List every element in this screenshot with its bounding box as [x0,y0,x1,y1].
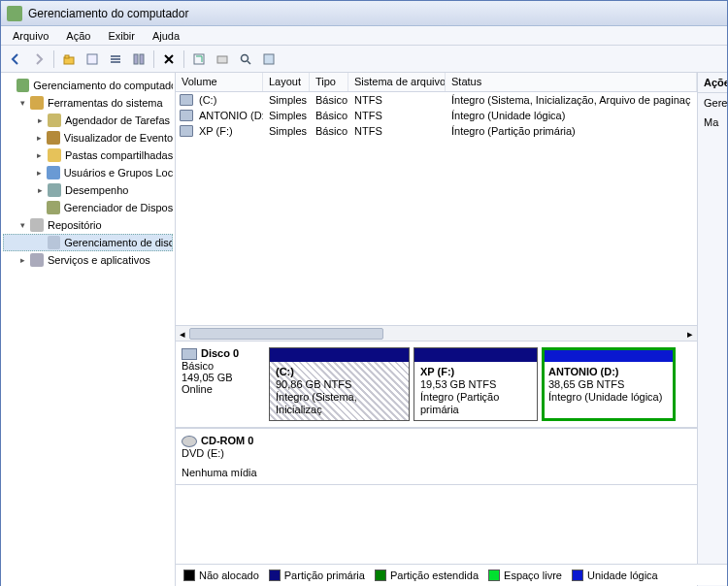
content-panel: Volume Layout Tipo Sistema de arquivos S… [176,73,698,586]
svg-rect-1 [65,55,69,58]
svg-point-10 [242,54,248,61]
menu-exibir[interactable]: Exibir [100,28,143,44]
chevron-right-icon: ▸ [34,184,46,196]
tree-disk-management[interactable]: Gerenciamento de disco [3,234,173,251]
action-button[interactable] [212,49,233,70]
partition-antonio-d[interactable]: ANTONIO (D:) 38,65 GB NTFS Íntegro (Unid… [542,347,676,421]
disk-icon [48,236,60,249]
svg-rect-2 [87,54,97,64]
volume-row[interactable]: (C:) Simples Básico NTFS Íntegro (Sistem… [176,92,697,108]
primary-bar [414,348,537,362]
disk-icon [182,348,197,360]
menu-acao[interactable]: Ação [58,28,98,44]
disk0-info[interactable]: Disco 0 Básico 149,05 GB Online [176,342,263,427]
app-icon [7,6,22,21]
tree-root[interactable]: Gerenciamento do computado [3,77,173,94]
volume-row[interactable]: ANTONIO (D:) Simples Básico NTFS Íntegro… [176,108,697,123]
actions-item[interactable]: Gerenci [698,93,727,113]
swatch-blue [572,570,583,581]
chevron-right-icon: ▸ [34,114,46,126]
logical-bar [543,348,675,362]
tree-panel: Gerenciamento do computado ▾Ferramentas … [1,73,176,586]
drive-icon [180,94,193,106]
primary-bar [270,348,409,362]
computer-icon [17,79,30,92]
legend-unallocated: Não alocado [183,570,259,581]
search-button[interactable] [235,49,256,70]
svg-rect-5 [111,61,120,63]
chevron-right-icon: ▸ [34,149,46,161]
users-icon [47,166,59,179]
cdrom-empty-area [263,429,697,484]
col-type[interactable]: Tipo [310,73,348,91]
tree-device-manager[interactable]: Gerenciador de Disposit [3,199,173,216]
svg-rect-3 [111,55,120,57]
svg-rect-6 [134,54,138,64]
col-volume[interactable]: Volume [176,73,263,91]
col-status[interactable]: Status [446,73,697,91]
tree-users-groups[interactable]: ▸Usuários e Grupos Loca [3,164,173,181]
back-button[interactable] [5,49,26,70]
cdrom-info[interactable]: CD-ROM 0 DVD (E:) Nenhuma mídia [176,429,263,484]
disk0-row: Disco 0 Básico 149,05 GB Online (C:) 90,… [176,341,697,428]
tree-shared-folders[interactable]: ▸Pastas compartilhadas [3,146,173,164]
properties-button[interactable] [82,49,103,70]
chevron-right-icon: ▸ [34,167,45,179]
help-button[interactable] [258,49,280,70]
partition-xp-f[interactable]: XP (F:) 19,53 GB NTFS Íntegro (Partição … [414,347,538,421]
tree-services-apps[interactable]: ▸Serviços e aplicativos [3,251,173,269]
device-icon [47,201,59,214]
svg-rect-11 [264,54,274,64]
disk0-partitions: (C:) 90,86 GB NTFS Íntegro (Sistema, Ini… [263,342,697,427]
menu-ajuda[interactable]: Ajuda [145,28,187,44]
volume-list-header: Volume Layout Tipo Sistema de arquivos S… [176,73,697,92]
delete-button[interactable] [158,49,180,70]
svg-rect-7 [140,54,144,64]
refresh-button[interactable] [188,49,210,70]
scroll-thumb[interactable] [189,328,383,340]
tree-event-viewer[interactable]: ▸Visualizador de Eventos [3,129,173,146]
list-view-button[interactable] [105,49,126,70]
actions-header: Ações [698,73,727,93]
drive-icon [180,110,193,121]
detail-view-button[interactable] [128,49,149,70]
menu-arquivo[interactable]: Arquivo [5,28,56,44]
scroll-icon [47,131,59,145]
legend-free: Espaço livre [488,570,562,581]
volume-row[interactable]: XP (F:) Simples Básico NTFS Íntegro (Par… [176,123,697,139]
tree-system-tools[interactable]: ▾Ferramentas do sistema [3,94,173,112]
swatch-darkgreen [375,570,386,581]
storage-icon [30,218,44,232]
chevron-right-icon: ▸ [17,254,28,266]
partition-c[interactable]: (C:) 90,86 GB NTFS Íntegro (Sistema, Ini… [269,347,410,421]
scroll-right-icon[interactable]: ▸ [683,326,697,342]
disk-graphical-pane: Disco 0 Básico 149,05 GB Online (C:) 90,… [176,341,697,586]
window-title: Gerenciamento do computador [28,7,188,20]
col-filesystem[interactable]: Sistema de arquivos [348,73,446,91]
cdrom-icon [182,436,197,447]
menubar: Arquivo Ação Exibir Ajuda [1,26,727,46]
tree-performance[interactable]: ▸Desempenho [3,181,173,199]
svg-rect-4 [111,58,120,60]
actions-item[interactable]: Ma [698,113,727,132]
scroll-left-icon[interactable]: ◂ [176,326,189,342]
legend-extended: Partição estendida [375,570,479,581]
forward-button[interactable] [28,49,50,70]
col-layout[interactable]: Layout [263,73,310,91]
swatch-navy [269,570,281,581]
up-button[interactable] [58,49,80,70]
tools-icon [30,96,44,110]
tree-task-scheduler[interactable]: ▸Agendador de Tarefas [3,112,173,129]
legend-primary: Partição primária [269,570,365,581]
cdrom-row: CD-ROM 0 DVD (E:) Nenhuma mídia [176,428,697,485]
services-icon [30,253,44,267]
blank-icon [34,202,45,213]
swatch-black [183,570,195,581]
perf-icon [48,183,61,197]
computer-management-window: Gerenciamento do computador Arquivo Ação… [0,0,728,586]
main-area: Gerenciamento do computado ▾Ferramentas … [1,73,727,586]
horizontal-scrollbar[interactable]: ◂ ▸ [176,325,697,341]
actions-panel: Ações Gerenci Ma [698,73,727,586]
titlebar[interactable]: Gerenciamento do computador [1,1,727,26]
tree-storage[interactable]: ▾Repositório [3,216,173,234]
